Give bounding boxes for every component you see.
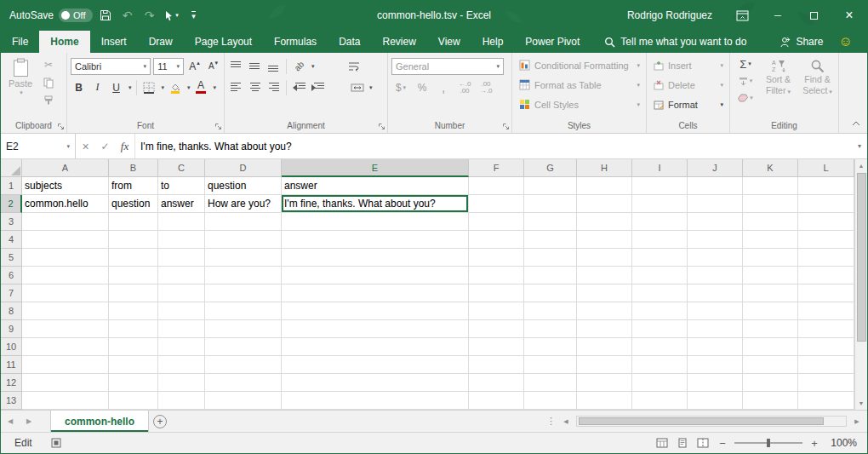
clipboard-dialog-launcher[interactable] <box>56 122 65 130</box>
cell-F4[interactable] <box>469 231 524 249</box>
horizontal-scrollbar[interactable] <box>576 416 847 427</box>
cell-J3[interactable] <box>688 213 743 231</box>
cell-K6[interactable] <box>743 267 798 284</box>
scroll-down-button[interactable]: ▼ <box>859 397 865 410</box>
cell-H1[interactable] <box>577 177 632 195</box>
column-header-H[interactable]: H <box>577 159 632 177</box>
cell-D2[interactable]: How are you? <box>205 195 282 213</box>
column-header-A[interactable]: A <box>22 159 109 177</box>
decrease-decimal-button[interactable]: .00→.0 <box>477 79 495 96</box>
tab-page-layout[interactable]: Page Layout <box>184 31 263 53</box>
cell-G12[interactable] <box>524 374 577 392</box>
cell-J10[interactable] <box>688 338 743 356</box>
cell-C1[interactable]: to <box>158 177 205 195</box>
cell-F10[interactable] <box>469 338 524 356</box>
zoom-out-button[interactable]: − <box>717 437 728 450</box>
align-center-button[interactable] <box>247 79 263 96</box>
cell-A1[interactable]: subjects <box>22 177 109 195</box>
cell-A12[interactable] <box>22 374 109 392</box>
bold-button[interactable]: B <box>71 79 87 96</box>
font-name-select[interactable]: Calibri ▾ <box>71 58 151 75</box>
cell-J7[interactable] <box>688 284 743 302</box>
cell-K9[interactable] <box>743 320 798 338</box>
user-name[interactable]: Rodrigo Rodriguez <box>627 9 712 21</box>
row-header-7[interactable]: 7 <box>1 284 22 302</box>
merge-center-dropdown-icon[interactable]: ▾ <box>369 84 373 91</box>
cell-E8[interactable] <box>282 302 469 320</box>
align-left-button[interactable] <box>228 79 244 96</box>
cell-I7[interactable] <box>632 284 688 302</box>
increase-indent-button[interactable] <box>310 79 326 96</box>
cell-I8[interactable] <box>632 302 688 320</box>
touch-mouse-mode-button[interactable]: ▾ <box>163 5 181 26</box>
cell-I5[interactable] <box>632 249 688 267</box>
font-color-dropdown-icon[interactable]: ▾ <box>214 84 217 91</box>
row-header-3[interactable]: 3 <box>1 213 22 231</box>
row-header-11[interactable]: 11 <box>1 356 22 374</box>
cell-D13[interactable] <box>205 392 282 410</box>
share-button[interactable]: Share <box>780 31 823 53</box>
find-select-button[interactable]: Find & Select▾ <box>799 55 836 118</box>
tab-help[interactable]: Help <box>471 31 515 53</box>
orientation-dropdown-icon[interactable]: ▾ <box>311 63 315 70</box>
underline-button[interactable]: U <box>108 79 124 96</box>
cell-H13[interactable] <box>577 392 632 410</box>
cell-E10[interactable] <box>282 338 469 356</box>
cell-G8[interactable] <box>524 302 577 320</box>
cell-K4[interactable] <box>743 231 798 249</box>
cell-I13[interactable] <box>632 392 688 410</box>
cell-H2[interactable] <box>577 195 632 213</box>
macro-record-button[interactable] <box>51 438 61 448</box>
format-as-table-button[interactable]: Format as Table ▾ <box>516 75 643 95</box>
tab-home[interactable]: Home <box>39 31 89 53</box>
font-color-button[interactable]: A <box>193 79 209 96</box>
format-painter-button[interactable] <box>38 93 59 108</box>
cell-B6[interactable] <box>109 267 158 284</box>
cell-A9[interactable] <box>22 320 109 338</box>
cell-F9[interactable] <box>469 320 524 338</box>
cell-B11[interactable] <box>109 356 158 374</box>
cell-D12[interactable] <box>205 374 282 392</box>
select-all-corner[interactable] <box>1 159 22 177</box>
cancel-button[interactable]: × <box>76 134 95 158</box>
cell-L13[interactable] <box>798 392 854 410</box>
cell-A3[interactable] <box>22 213 109 231</box>
row-header-4[interactable]: 4 <box>1 231 22 249</box>
borders-dropdown-icon[interactable]: ▾ <box>162 84 165 91</box>
scroll-right-button[interactable]: ▶ <box>850 418 864 425</box>
row-header-2[interactable]: 2 <box>1 195 22 213</box>
cell-G13[interactable] <box>524 392 577 410</box>
cell-H6[interactable] <box>577 267 632 284</box>
cell-D10[interactable] <box>205 338 282 356</box>
cell-D3[interactable] <box>205 213 282 231</box>
cell-E7[interactable] <box>282 284 469 302</box>
cell-J13[interactable] <box>688 392 743 410</box>
cell-G3[interactable] <box>524 213 577 231</box>
cell-A13[interactable] <box>22 392 109 410</box>
cell-E6[interactable] <box>282 267 469 284</box>
cell-A11[interactable] <box>22 356 109 374</box>
ribbon-display-options-button[interactable] <box>724 0 760 31</box>
row-header-13[interactable]: 13 <box>1 392 22 410</box>
cell-E4[interactable] <box>282 231 469 249</box>
cell-F5[interactable] <box>469 249 524 267</box>
cell-I9[interactable] <box>632 320 688 338</box>
scroll-left-button[interactable]: ◀ <box>559 418 573 425</box>
cell-B8[interactable] <box>109 302 158 320</box>
column-header-E[interactable]: E <box>282 159 469 177</box>
page-layout-view-button[interactable] <box>677 438 688 448</box>
cell-K10[interactable] <box>743 338 798 356</box>
cell-A8[interactable] <box>22 302 109 320</box>
cell-B5[interactable] <box>109 249 158 267</box>
decrease-font-size-button[interactable]: A▾ <box>205 58 221 75</box>
paste-button[interactable]: Paste ▾ <box>4 55 37 118</box>
cell-B1[interactable]: from <box>109 177 158 195</box>
cell-I11[interactable] <box>632 356 688 374</box>
tab-draw[interactable]: Draw <box>138 31 184 53</box>
cell-C8[interactable] <box>158 302 205 320</box>
cell-C6[interactable] <box>158 267 205 284</box>
cell-F7[interactable] <box>469 284 524 302</box>
cell-F8[interactable] <box>469 302 524 320</box>
column-header-F[interactable]: F <box>469 159 524 177</box>
cell-B9[interactable] <box>109 320 158 338</box>
